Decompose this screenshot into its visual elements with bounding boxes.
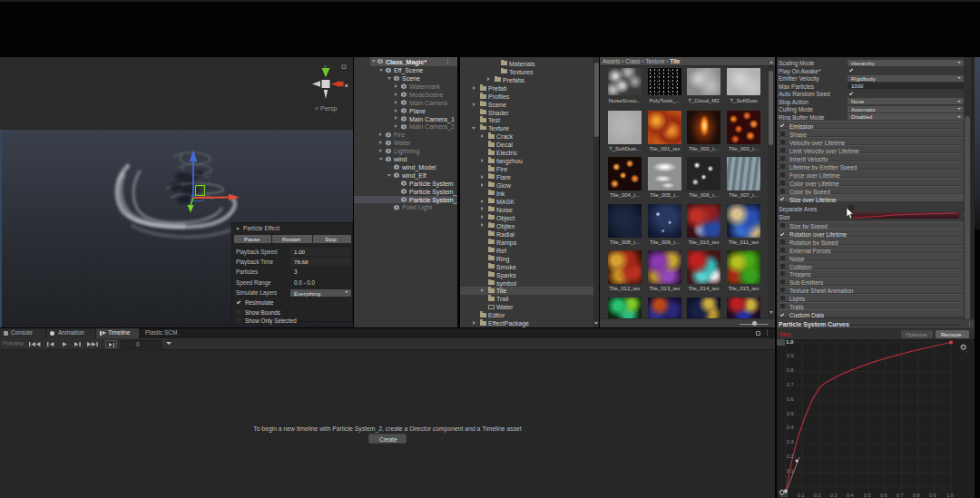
svg-text:y: y	[324, 63, 327, 69]
svg-text:x: x	[345, 83, 348, 88]
